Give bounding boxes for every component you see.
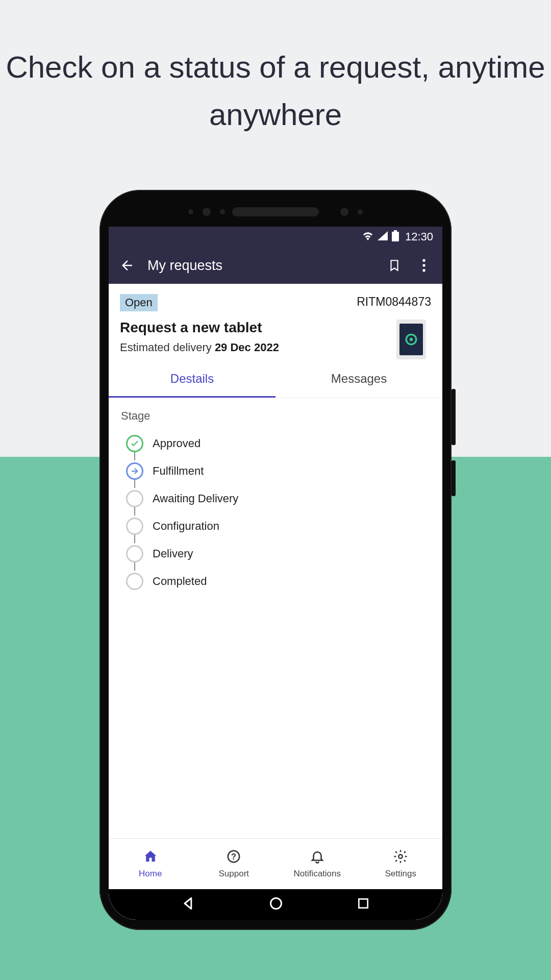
request-id: RITM0844873 (357, 295, 431, 309)
svg-rect-1 (394, 230, 397, 232)
more-menu-button[interactable] (415, 256, 433, 275)
check-icon (126, 435, 143, 452)
wifi-icon (362, 231, 373, 242)
svg-rect-0 (392, 232, 399, 241)
stage-label-text: Fulfillment (153, 464, 204, 478)
stage-label-text: Completed (153, 575, 207, 588)
stage-item: Awaiting Delivery (126, 485, 430, 512)
svg-point-9 (399, 854, 403, 859)
status-bar: 12:30 (109, 227, 442, 247)
phone-frame: 12:30 My requests Open RITM0844873 Reque… (99, 190, 452, 930)
circle-icon (126, 573, 143, 590)
bell-icon (309, 849, 325, 866)
nav-label: Notifications (293, 869, 341, 879)
status-badge: Open (120, 294, 158, 311)
cellular-icon (378, 231, 388, 242)
nav-settings[interactable]: Settings (359, 839, 443, 889)
status-time: 12:30 (405, 230, 433, 243)
home-icon (142, 849, 159, 866)
request-header: Open RITM0844873 Request a new tablet Es… (109, 284, 442, 361)
tab-messages[interactable]: Messages (276, 361, 442, 398)
phone-screen: 12:30 My requests Open RITM0844873 Reque… (109, 227, 442, 920)
android-recent-icon[interactable] (357, 897, 370, 912)
nav-support[interactable]: ? Support (192, 839, 276, 889)
nav-label: Settings (385, 869, 416, 879)
app-bar: My requests (109, 247, 442, 284)
request-title: Request a new tablet (120, 320, 431, 336)
android-nav-bar (109, 889, 442, 920)
android-home-icon[interactable] (269, 896, 283, 913)
stage-label-text: Approved (153, 437, 201, 450)
android-back-icon[interactable] (181, 896, 195, 913)
back-button[interactable] (118, 256, 136, 275)
battery-icon (392, 230, 399, 243)
nav-label: Home (139, 869, 162, 879)
stage-list: Approved Fulfillment Awaiting Delivery (121, 430, 430, 595)
stage-label-text: Configuration (153, 520, 219, 533)
svg-point-6 (410, 338, 413, 341)
estimated-delivery: Estimated delivery 29 Dec 2022 (120, 341, 431, 354)
nav-notifications[interactable]: Notifications (276, 839, 359, 889)
circle-icon (126, 518, 143, 535)
svg-rect-11 (359, 899, 367, 908)
bottom-nav: Home ? Support Notifications (109, 838, 442, 889)
svg-point-3 (422, 264, 425, 266)
request-thumbnail (396, 320, 426, 359)
bookmark-button[interactable] (385, 256, 404, 275)
stage-item: Approved (126, 430, 430, 457)
svg-point-2 (422, 259, 425, 262)
circle-icon (126, 545, 143, 562)
help-icon: ? (226, 849, 242, 866)
stage-item: Fulfillment (126, 457, 430, 485)
promo-headline: Check on a status of a request, anytime … (0, 43, 551, 138)
app-bar-title: My requests (147, 258, 374, 274)
tabs: Destails Messages (109, 361, 442, 398)
gear-icon (392, 849, 409, 866)
stage-item: Completed (126, 568, 430, 595)
circle-icon (126, 490, 143, 507)
arrow-right-icon (126, 462, 143, 480)
stage-label-text: Delivery (153, 547, 193, 560)
svg-point-4 (422, 269, 425, 272)
svg-text:?: ? (231, 852, 236, 861)
nav-label: Support (218, 869, 249, 879)
stage-heading: Stage (121, 409, 430, 423)
nav-home[interactable]: Home (109, 839, 192, 889)
stage-label-text: Awaiting Delivery (153, 492, 238, 505)
svg-point-10 (271, 898, 282, 909)
stage-item: Configuration (126, 512, 430, 540)
tab-details[interactable]: Destails (109, 361, 276, 398)
stage-item: Delivery (126, 540, 430, 568)
